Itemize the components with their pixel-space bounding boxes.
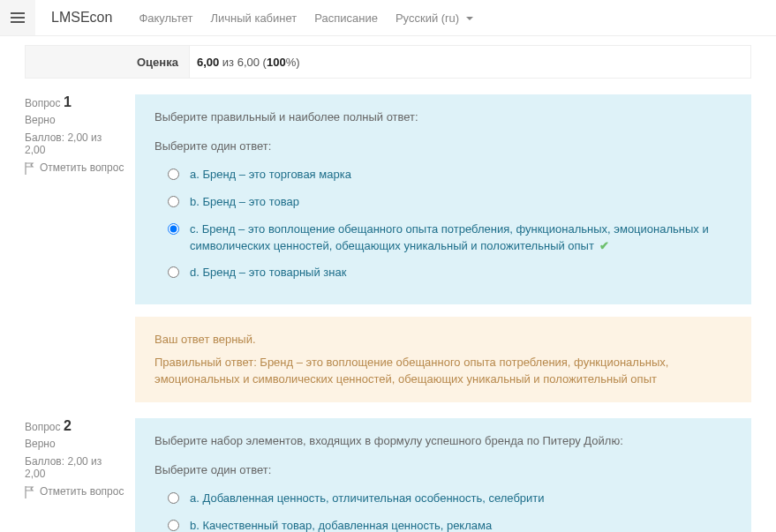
question-block-1: Вопрос 1 Верно Баллов: 2,00 из 2,00 Отме…: [25, 94, 751, 402]
radio-d[interactable]: [168, 266, 179, 278]
question-points: Баллов: 2,00 из 2,00: [25, 131, 124, 156]
flag-icon: [25, 162, 35, 175]
menu-toggle-button[interactable]: [0, 0, 35, 35]
check-icon: ✔: [599, 239, 609, 252]
feedback-correct-answer: Правильный ответ: Бренд – это воплощение…: [154, 354, 732, 388]
radio-b[interactable]: [168, 196, 179, 207]
grade-value: 6,00 из 6,00 (100%): [189, 46, 750, 78]
flag-icon: [25, 486, 35, 498]
option-label: a. Бренд – это торговая марка: [190, 167, 351, 184]
question-prompt: Выберите набор элементов, входящих в фор…: [154, 434, 732, 447]
language-label: Русский (ru): [396, 11, 459, 25]
hamburger-icon: [11, 17, 25, 19]
question-points: Баллов: 2,00 из 2,00: [25, 455, 124, 480]
question-state: Верно: [25, 114, 124, 126]
chevron-down-icon: [466, 17, 473, 20]
question-side: Вопрос 1 Верно Баллов: 2,00 из 2,00 Отме…: [25, 94, 124, 402]
flag-question-link[interactable]: Отметить вопрос: [25, 485, 124, 498]
option-label: b. Бренд – это товар: [190, 194, 299, 211]
option-label: b. Качественный товар, добавленная ценно…: [190, 518, 492, 532]
option-c[interactable]: c. Бренд – это воплощение обещанного опы…: [154, 216, 732, 260]
grade-summary-row: Оценка 6,00 из 6,00 (100%): [25, 45, 751, 79]
flag-label: Отметить вопрос: [40, 485, 124, 498]
radio-c[interactable]: [168, 223, 179, 235]
option-label: a. Добавленная ценность, отличительная о…: [190, 491, 545, 507]
flag-question-link[interactable]: Отметить вопрос: [25, 161, 124, 175]
question-block-2: Вопрос 2 Верно Баллов: 2,00 из 2,00 Отме…: [25, 418, 751, 532]
question-number: Вопрос 1: [25, 94, 124, 110]
option-b[interactable]: b. Бренд – это товар: [154, 189, 732, 216]
question-content: Выберите набор элементов, входящих в фор…: [135, 418, 751, 532]
option-label: c. Бренд – это воплощение обещанного опы…: [190, 221, 732, 255]
question-number: Вопрос 2: [25, 418, 124, 434]
question-side: Вопрос 2 Верно Баллов: 2,00 из 2,00 Отме…: [25, 418, 124, 532]
flag-label: Отметить вопрос: [40, 161, 124, 174]
option-a[interactable]: a. Добавленная ценность, отличительная о…: [154, 485, 732, 513]
option-label: d. Бренд – это товарный знак: [190, 265, 346, 281]
question-state: Верно: [25, 438, 124, 450]
nav-link-faculty[interactable]: Факультет: [130, 11, 201, 25]
nav-link-schedule[interactable]: Расписание: [305, 11, 387, 25]
site-brand[interactable]: LMSEcon: [42, 10, 130, 26]
grade-label: Оценка: [137, 56, 178, 69]
top-navbar: LMSEcon Факультет Личный кабинет Расписа…: [0, 0, 776, 36]
answer-instruction: Выберите один ответ:: [154, 139, 732, 153]
radio-b[interactable]: [168, 520, 179, 531]
question-prompt: Выберите правильный и наиболее полный от…: [154, 110, 732, 124]
radio-a[interactable]: [168, 169, 179, 180]
answer-instruction: Выберите один ответ:: [154, 463, 732, 476]
feedback-box: Ваш ответ верный. Правильный ответ: Брен…: [135, 317, 751, 402]
nav-link-dashboard[interactable]: Личный кабинет: [201, 11, 305, 25]
option-b[interactable]: b. Качественный товар, добавленная ценно…: [154, 513, 732, 532]
question-content: Выберите правильный и наиболее полный от…: [135, 94, 751, 304]
option-d[interactable]: d. Бренд – это товарный знак: [154, 259, 732, 287]
radio-a[interactable]: [168, 492, 179, 504]
option-a[interactable]: a. Бренд – это торговая марка: [154, 161, 732, 189]
language-dropdown[interactable]: Русский (ru): [387, 11, 482, 25]
feedback-correct: Ваш ответ верный.: [154, 331, 732, 348]
